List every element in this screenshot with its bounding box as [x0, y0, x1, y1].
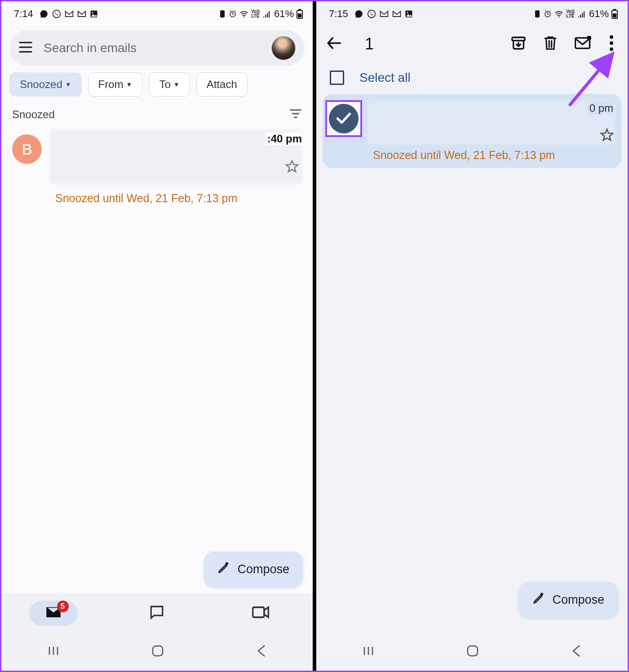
nav-home-icon[interactable] [466, 645, 479, 659]
screen-selection-mode: 7:15 Vo))LTE 61% 1 [314, 1, 628, 671]
filter-list-icon[interactable] [289, 109, 302, 120]
compose-button[interactable]: Compose [519, 582, 618, 618]
gallery-icon [405, 10, 413, 18]
svg-rect-14 [535, 10, 540, 18]
battery-icon [611, 9, 618, 19]
sender-avatar[interactable]: B [12, 134, 42, 164]
hamburger-menu-icon[interactable] [18, 41, 33, 55]
compose-label: Compose [237, 562, 289, 576]
compose-label: Compose [552, 593, 604, 607]
star-icon[interactable] [285, 159, 299, 176]
chat-indicator-icon [40, 9, 49, 18]
chip-attachment[interactable]: Attach [196, 72, 248, 97]
email-time: :40 pm [266, 133, 302, 145]
selection-highlight [325, 100, 362, 137]
status-bar: 7:15 Vo))LTE 61% [316, 1, 628, 25]
status-right: Vo))LTE 61% [534, 8, 618, 20]
archive-icon[interactable] [505, 35, 532, 53]
snoozed-until-label: Snoozed until Wed, 21 Feb, 7:13 pm [326, 145, 615, 165]
chip-to[interactable]: To ▼ [149, 72, 190, 97]
status-time: 7:14 [14, 8, 33, 20]
system-nav-bar [1, 633, 313, 671]
svg-point-13 [407, 12, 408, 13]
battery-icon [297, 9, 303, 19]
svg-point-25 [610, 48, 613, 51]
whatsapp-icon [367, 9, 376, 18]
search-placeholder: Search in emails [44, 41, 261, 55]
chip-label: Snoozed [20, 78, 62, 91]
nav-home-icon[interactable] [151, 645, 164, 659]
battery-percent: 61% [274, 8, 294, 20]
chip-from[interactable]: From ▼ [88, 72, 143, 97]
svg-point-16 [558, 16, 560, 18]
section-title: Snoozed [12, 108, 55, 121]
svg-point-24 [610, 41, 613, 45]
svg-rect-20 [512, 37, 525, 40]
profile-avatar[interactable] [271, 36, 296, 60]
svg-point-0 [53, 10, 60, 18]
select-all-checkbox[interactable] [330, 71, 344, 85]
nav-recents-icon[interactable] [363, 645, 374, 659]
svg-point-2 [92, 12, 93, 13]
gallery-icon [90, 10, 98, 18]
nav-mail[interactable]: 5 [29, 601, 78, 626]
email-list-item-selected[interactable]: 0 pm Snoozed until Wed, 21 Feb, 7:13 pm [323, 94, 621, 168]
wifi-icon [239, 10, 248, 18]
volte-icon: Vo))LTE [566, 9, 575, 18]
svg-point-11 [368, 10, 375, 18]
search-bar[interactable]: Search in emails [9, 30, 305, 66]
volte-icon: Vo))LTE [251, 9, 260, 18]
unread-badge: 5 [57, 601, 69, 612]
svg-rect-3 [220, 10, 225, 18]
chevron-down-icon: ▼ [65, 81, 71, 88]
svg-rect-9 [252, 607, 264, 617]
checkmark-avatar-icon[interactable] [329, 104, 359, 133]
nav-back-icon[interactable] [571, 645, 581, 659]
select-all-row[interactable]: Select all [316, 65, 628, 94]
nav-recents-icon[interactable] [48, 645, 59, 659]
svg-point-5 [244, 16, 245, 18]
chip-label: Attach [207, 78, 237, 91]
wifi-icon [554, 10, 563, 18]
mark-unread-icon[interactable] [568, 36, 598, 52]
alarm-icon [544, 10, 552, 18]
chip-label: From [98, 78, 124, 91]
svg-rect-7 [298, 9, 301, 10]
status-bar: 7:14 Vo))LTE 61% [1, 1, 313, 25]
system-nav-bar [316, 633, 628, 671]
svg-rect-26 [468, 646, 478, 656]
selection-count: 1 [353, 35, 500, 53]
svg-rect-8 [298, 13, 301, 18]
svg-point-23 [610, 35, 613, 39]
svg-rect-10 [153, 646, 163, 656]
alarm-icon [229, 10, 237, 18]
compose-button[interactable]: Compose [204, 552, 303, 587]
email-time: 0 pm [588, 102, 613, 115]
section-header: Snoozed [1, 97, 313, 127]
back-arrow-icon[interactable] [326, 36, 341, 52]
chevron-down-icon: ▼ [173, 81, 180, 88]
nav-back-icon[interactable] [257, 645, 266, 659]
status-left: 7:15 [329, 8, 413, 20]
star-icon[interactable] [600, 128, 614, 144]
signal-icon [262, 10, 270, 18]
selection-action-bar: 1 [316, 25, 628, 65]
email-content-redacted [368, 100, 615, 145]
bottom-app-bar: 5 [1, 593, 313, 633]
email-list-item[interactable]: B :40 pm [1, 127, 313, 187]
nav-meet[interactable] [236, 600, 285, 626]
pencil-icon [217, 561, 230, 577]
trash-icon[interactable] [537, 35, 564, 53]
gmail-m-icon [380, 10, 389, 18]
select-all-label: Select all [359, 71, 411, 85]
status-left: 7:14 [14, 8, 98, 20]
more-vert-icon[interactable] [602, 35, 620, 53]
chip-snoozed[interactable]: Snoozed ▼ [9, 72, 82, 97]
screen-snoozed-list: 7:14 Vo))LTE 61% [1, 1, 314, 671]
nav-chat[interactable] [133, 599, 181, 627]
chevron-down-icon: ▼ [126, 81, 133, 88]
email-body: :40 pm [50, 130, 302, 184]
status-time: 7:15 [329, 8, 348, 20]
signal-icon [577, 10, 585, 18]
battery-saver-icon [534, 10, 541, 18]
